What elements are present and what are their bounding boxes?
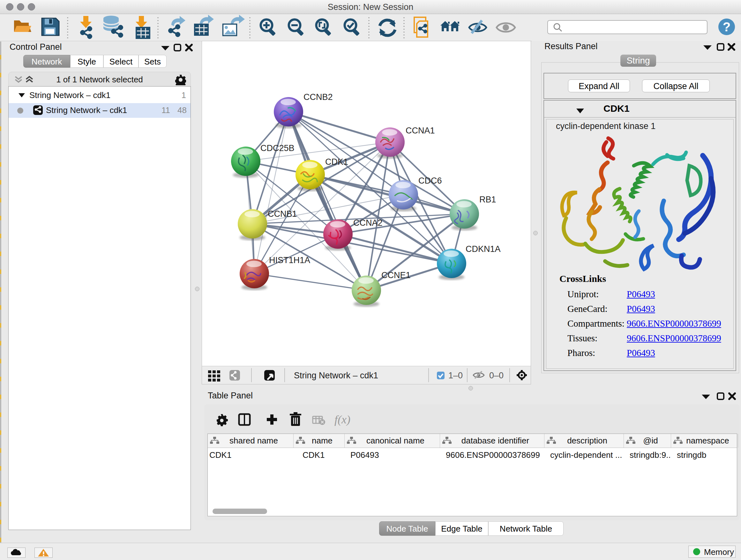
svg-text:CDC25B: CDC25B bbox=[260, 143, 294, 153]
svg-text:CCNA2: CCNA2 bbox=[353, 218, 383, 228]
svg-text:CCNB1: CCNB1 bbox=[268, 209, 297, 219]
svg-text:f(x): f(x) bbox=[334, 413, 350, 426]
svg-text:RB1: RB1 bbox=[479, 195, 496, 204]
svg-text:HIST1H1A: HIST1H1A bbox=[269, 255, 310, 265]
svg-text:1–0: 1–0 bbox=[448, 371, 463, 380]
svg-text:String Network – cdk1: String Network – cdk1 bbox=[294, 371, 378, 380]
svg-text:0–0: 0–0 bbox=[489, 371, 503, 380]
svg-text:CDC6: CDC6 bbox=[418, 176, 442, 186]
svg-text:CDKN1A: CDKN1A bbox=[466, 244, 501, 254]
svg-text:CCNB2: CCNB2 bbox=[304, 92, 333, 102]
svg-text:?: ? bbox=[723, 20, 731, 34]
svg-text:CDK1: CDK1 bbox=[325, 157, 348, 167]
svg-text:CCNE1: CCNE1 bbox=[381, 270, 411, 280]
svg-text:CCNA1: CCNA1 bbox=[406, 126, 435, 135]
